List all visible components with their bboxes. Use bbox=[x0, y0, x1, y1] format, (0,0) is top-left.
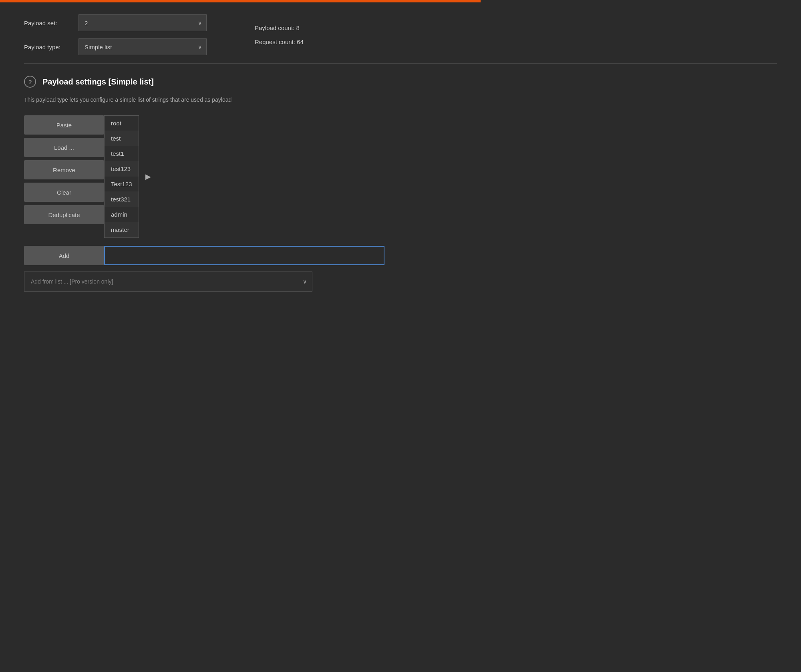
paste-button[interactable]: Paste bbox=[24, 115, 104, 135]
payload-type-select[interactable]: Simple list Runtime file Custom iterator… bbox=[78, 38, 207, 55]
main-container: Payload set: 2 1 3 4 Payload type: Simpl… bbox=[0, 2, 801, 304]
payload-count-label: Payload count: 8 bbox=[255, 24, 304, 31]
payload-set-label: Payload set: bbox=[24, 20, 72, 26]
list-item[interactable]: Test123 bbox=[105, 177, 139, 192]
add-row: Add bbox=[24, 246, 777, 265]
load-button[interactable]: Load ... bbox=[24, 138, 104, 157]
list-item[interactable]: test1 bbox=[105, 146, 139, 161]
request-count-label: Request count: 64 bbox=[255, 38, 304, 45]
clear-button[interactable]: Clear bbox=[24, 183, 104, 202]
list-container-wrapper: roottesttest1test123Test123test321adminm… bbox=[104, 115, 139, 238]
payload-type-label: Payload type: bbox=[24, 44, 72, 50]
payload-config-row: Payload set: 2 1 3 4 Payload type: Simpl… bbox=[24, 14, 777, 55]
help-icon[interactable]: ? bbox=[24, 76, 36, 88]
list-item[interactable]: master bbox=[105, 222, 139, 237]
payload-list-container[interactable]: roottesttest1test123Test123test321adminm… bbox=[104, 115, 139, 238]
remove-button[interactable]: Remove bbox=[24, 160, 104, 179]
list-item[interactable]: admin bbox=[105, 207, 139, 222]
settings-description: This payload type lets you configure a s… bbox=[24, 96, 777, 104]
divider bbox=[24, 63, 777, 64]
settings-header: ? Payload settings [Simple list] bbox=[24, 76, 777, 88]
list-item[interactable]: test321 bbox=[105, 192, 139, 207]
payload-set-wrapper: 2 1 3 4 bbox=[78, 14, 207, 31]
add-from-list-wrapper: Add from list ... [Pro version only] bbox=[24, 272, 312, 292]
settings-title: Payload settings [Simple list] bbox=[42, 77, 154, 87]
list-item[interactable]: test bbox=[105, 131, 139, 146]
payload-set-line: Payload set: 2 1 3 4 bbox=[24, 14, 207, 31]
list-buttons: Paste Load ... Remove Clear Deduplicate bbox=[24, 115, 104, 238]
settings-section: ? Payload settings [Simple list] This pa… bbox=[24, 76, 777, 292]
payload-list-area: Paste Load ... Remove Clear Deduplicate … bbox=[24, 115, 777, 238]
payload-type-wrapper: Simple list Runtime file Custom iterator… bbox=[78, 38, 207, 55]
payload-type-line: Payload type: Simple list Runtime file C… bbox=[24, 38, 207, 55]
list-item[interactable]: root bbox=[105, 116, 139, 131]
payload-config-left: Payload set: 2 1 3 4 Payload type: Simpl… bbox=[24, 14, 207, 55]
deduplicate-button[interactable]: Deduplicate bbox=[24, 205, 104, 224]
add-from-list-select[interactable]: Add from list ... [Pro version only] bbox=[24, 272, 312, 292]
list-item[interactable]: test123 bbox=[105, 161, 139, 177]
add-input[interactable] bbox=[104, 246, 384, 265]
add-button[interactable]: Add bbox=[24, 246, 104, 265]
scroll-arrow-icon: ▶ bbox=[145, 172, 151, 181]
payload-stats: Payload count: 8 Request count: 64 bbox=[255, 24, 304, 45]
payload-set-select[interactable]: 2 1 3 4 bbox=[78, 14, 207, 31]
